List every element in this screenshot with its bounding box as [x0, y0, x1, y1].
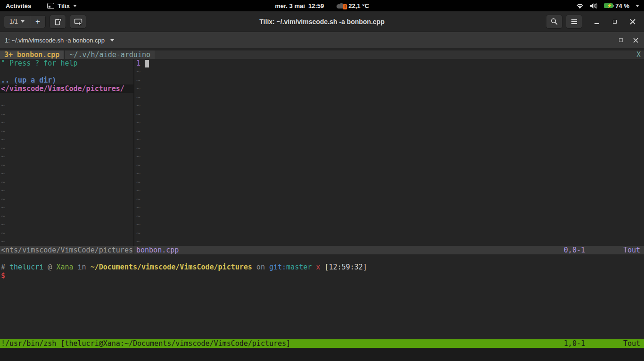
app-menu[interactable]: Tilix: [47, 2, 77, 9]
tilde-line: ~: [134, 76, 644, 84]
termline-position: 1,0-1: [564, 339, 585, 348]
split-down-button[interactable]: [70, 15, 86, 29]
tilde-line: ~: [0, 110, 133, 118]
close-icon: [630, 19, 636, 25]
plus-icon: +: [35, 17, 40, 26]
tilde-line: ~: [134, 203, 644, 212]
statusline-scroll: Tout: [623, 246, 640, 254]
chevron-down-icon: [73, 5, 77, 7]
tilde-line: ~: [134, 127, 644, 135]
vim-tabline-close[interactable]: X: [633, 50, 644, 59]
hamburger-icon: [571, 19, 578, 25]
tilix-app-icon: [47, 3, 54, 9]
session-counter-button[interactable]: 1/1: [4, 16, 30, 28]
editor-tildes: ~~~~~~~~~~~~~~~~~~~~~: [134, 67, 644, 246]
terminal-tab-label: 1: ~/.vim/vimscode.sh -a bonbon.cpp: [5, 37, 105, 44]
tilde-line: ~: [0, 161, 133, 169]
nerdtree-up-dir[interactable]: .. (up a dir): [0, 76, 133, 84]
nerdtree-pane[interactable]: " Press ? for help .. (up a dir) </vimsc…: [0, 59, 133, 246]
nerdtree-blank-line: [0, 67, 133, 76]
tilde-line: ~: [134, 110, 644, 118]
vim-buffer-tab-other[interactable]: ~/.v/h/aide-arduino: [65, 50, 155, 59]
tilde-line: ~: [134, 118, 644, 127]
clock[interactable]: mer. 3 mai 12:59: [275, 2, 324, 9]
tilde-line: ~: [134, 152, 644, 161]
close-button[interactable]: [627, 16, 638, 27]
new-session-button[interactable]: +: [30, 16, 45, 28]
minimize-button[interactable]: [591, 16, 603, 27]
activities-button[interactable]: Activités: [6, 2, 31, 9]
prompt-segment: x: [316, 263, 320, 271]
tilde-line: ~: [134, 161, 644, 169]
temperature: 22,1 °C: [348, 2, 369, 9]
weather-widget: ! 22,1 °C: [336, 2, 369, 9]
vim-buffer-tab-active[interactable]: 3+ bonbon.cpp: [0, 50, 64, 59]
app-menu-label: Tilix: [58, 2, 70, 9]
prompt-segment: git:: [269, 263, 286, 271]
nerdtree-root[interactable]: </vimscode/VimsCode/pictures/: [0, 84, 133, 93]
session-counter-label: 1/1: [9, 18, 18, 25]
tilde-line: ~: [134, 178, 644, 186]
prompt-segment: in: [74, 263, 91, 271]
maximize-button[interactable]: [609, 16, 620, 27]
tilde-line: ~: [0, 152, 133, 161]
vim-command-line: [0, 348, 644, 361]
tilde-line: ~: [0, 178, 133, 186]
prompt-segment: #: [1, 263, 9, 271]
menu-button[interactable]: [566, 15, 582, 29]
tilde-line: ~: [0, 169, 133, 178]
shell-prompt-symbol: $: [0, 271, 644, 280]
tilde-line: ~: [0, 186, 133, 195]
tilde-line: ~: [134, 195, 644, 203]
tilde-line: ~: [0, 144, 133, 152]
editor-line-1: 1: [134, 59, 644, 67]
tilde-line: ~: [134, 67, 644, 76]
battery-percent: 74 %: [615, 2, 629, 9]
vim-split-panes: " Press ? for help .. (up a dir) </vimsc…: [0, 59, 644, 246]
vim-cursor: [145, 60, 149, 67]
tilde-line: ~: [134, 84, 644, 93]
volume-icon: [590, 3, 598, 9]
nerdtree-tildes: ~~~~~~~~~~~~~~~~~: [0, 101, 133, 246]
battery-icon: ⚡: [604, 3, 613, 8]
terminal-tab-selector[interactable]: 1: ~/.vim/vimscode.sh -a bonbon.cpp: [0, 37, 114, 44]
tilde-line: ~: [0, 127, 133, 135]
maximize-icon: [613, 20, 617, 24]
editor-pane[interactable]: 1 ~~~~~~~~~~~~~~~~~~~~~: [134, 59, 644, 246]
prompt-segment: @: [43, 263, 56, 271]
gnome-top-bar: Activités Tilix mer. 3 mai 12:59 ! 22,1 …: [0, 0, 644, 11]
terminal-maximize-icon[interactable]: [619, 38, 623, 42]
tilde-line: ~: [0, 118, 133, 127]
tilde-line: ~: [134, 186, 644, 195]
tilde-line: ~: [134, 229, 644, 237]
prompt-segment: ~/Documents/vimscode/VimsCode/pictures: [91, 263, 252, 271]
tilde-line: ~: [134, 101, 644, 110]
system-menu-chevron-icon: [636, 5, 639, 7]
statusline-filename: bonbon.cpp: [134, 246, 179, 254]
statusline-nerdtree-path: <nts/vimscode/VimsCode/pictures: [0, 246, 133, 254]
clock-weather-group[interactable]: mer. 3 mai 12:59 ! 22,1 °C: [275, 2, 369, 9]
session-chevron-icon: [21, 20, 25, 23]
tilix-headerbar: 1/1 + Tilix: ~/.vim/vimscode.sh -a bonbo…: [0, 11, 644, 32]
tilde-line: ~: [134, 169, 644, 178]
terminal-close-icon[interactable]: [633, 38, 638, 43]
tilde-line: ~: [0, 203, 133, 212]
nerdtree-help-line: " Press ? for help: [0, 59, 133, 67]
terminal-view[interactable]: 3+ bonbon.cpp ~/.v/h/aide-arduino X " Pr…: [0, 48, 644, 361]
tilde-line: ~: [0, 229, 133, 237]
split-down-icon: [74, 18, 83, 25]
search-button[interactable]: [546, 15, 562, 29]
system-status-area[interactable]: ⚡ 74 %: [576, 2, 644, 9]
tilde-line: ~: [134, 212, 644, 220]
split-right-button[interactable]: [50, 15, 66, 29]
termline-scroll: Tout: [623, 339, 640, 348]
search-icon: [551, 18, 558, 25]
weather-alert-badge: !: [343, 4, 347, 9]
wifi-icon: [576, 3, 584, 9]
tabline-fill: [155, 50, 633, 59]
vim-terminal-statusline: !/usr/bin/zsh [thelucri@Xana:~/Documents…: [0, 339, 644, 348]
prompt-segment: master: [286, 263, 312, 271]
tilde-line: ~: [134, 93, 644, 101]
cloud-icon: !: [336, 2, 346, 9]
blank-area: [0, 280, 644, 339]
